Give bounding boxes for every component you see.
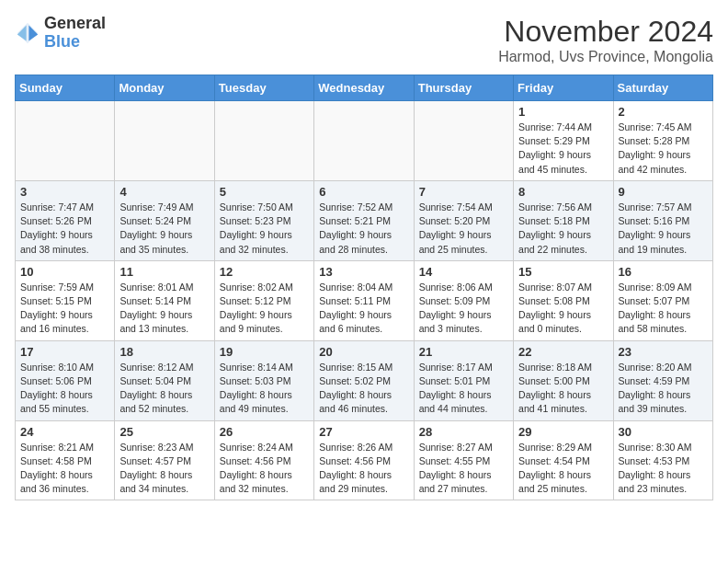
logo-icon [15, 20, 40, 46]
calendar-cell: 1Sunrise: 7:44 AM Sunset: 5:29 PM Daylig… [514, 101, 613, 181]
day-info: Sunrise: 8:10 AM Sunset: 5:06 PM Dayligh… [20, 361, 109, 417]
day-info: Sunrise: 7:54 AM Sunset: 5:20 PM Dayligh… [419, 201, 508, 257]
day-number: 10 [20, 265, 109, 279]
day-info: Sunrise: 8:14 AM Sunset: 5:03 PM Dayligh… [220, 361, 309, 417]
day-number: 20 [319, 345, 408, 359]
day-number: 15 [518, 265, 608, 279]
calendar-cell: 8Sunrise: 7:56 AM Sunset: 5:18 PM Daylig… [514, 180, 613, 260]
calendar-cell: 12Sunrise: 8:02 AM Sunset: 5:12 PM Dayli… [214, 260, 313, 340]
day-info: Sunrise: 7:44 AM Sunset: 5:29 PM Dayligh… [518, 121, 608, 177]
day-info: Sunrise: 8:01 AM Sunset: 5:14 PM Dayligh… [119, 281, 209, 337]
day-info: Sunrise: 7:49 AM Sunset: 5:24 PM Dayligh… [119, 201, 209, 257]
calendar-cell: 4Sunrise: 7:49 AM Sunset: 5:24 PM Daylig… [115, 180, 214, 260]
calendar-cell [115, 101, 214, 181]
calendar-cell: 18Sunrise: 8:12 AM Sunset: 5:04 PM Dayli… [115, 340, 214, 420]
calendar-cell: 28Sunrise: 8:27 AM Sunset: 4:55 PM Dayli… [414, 420, 513, 500]
day-info: Sunrise: 8:07 AM Sunset: 5:08 PM Dayligh… [518, 281, 608, 337]
day-number: 19 [220, 345, 309, 359]
day-info: Sunrise: 8:23 AM Sunset: 4:57 PM Dayligh… [119, 441, 209, 497]
calendar-cell: 19Sunrise: 8:14 AM Sunset: 5:03 PM Dayli… [214, 340, 313, 420]
day-info: Sunrise: 8:02 AM Sunset: 5:12 PM Dayligh… [220, 281, 309, 337]
calendar-cell: 5Sunrise: 7:50 AM Sunset: 5:23 PM Daylig… [214, 180, 313, 260]
day-number: 6 [319, 185, 408, 199]
calendar-header-row: SundayMondayTuesdayWednesdayThursdayFrid… [16, 75, 713, 101]
calendar-cell: 30Sunrise: 8:30 AM Sunset: 4:53 PM Dayli… [613, 420, 712, 500]
day-number: 17 [20, 345, 109, 359]
day-number: 2 [619, 105, 708, 119]
calendar-cell: 22Sunrise: 8:18 AM Sunset: 5:00 PM Dayli… [514, 340, 613, 420]
calendar-cell: 17Sunrise: 8:10 AM Sunset: 5:06 PM Dayli… [16, 340, 115, 420]
header-thursday: Thursday [414, 75, 513, 101]
calendar-week-3: 10Sunrise: 7:59 AM Sunset: 5:15 PM Dayli… [16, 260, 713, 340]
calendar-cell: 26Sunrise: 8:24 AM Sunset: 4:56 PM Dayli… [214, 420, 313, 500]
day-info: Sunrise: 7:50 AM Sunset: 5:23 PM Dayligh… [220, 201, 309, 257]
day-info: Sunrise: 7:59 AM Sunset: 5:15 PM Dayligh… [20, 281, 109, 337]
day-number: 16 [619, 265, 708, 279]
day-number: 11 [119, 265, 209, 279]
calendar-cell: 13Sunrise: 8:04 AM Sunset: 5:11 PM Dayli… [314, 260, 414, 340]
day-number: 18 [119, 345, 209, 359]
calendar-cell: 15Sunrise: 8:07 AM Sunset: 5:08 PM Dayli… [514, 260, 613, 340]
day-info: Sunrise: 8:26 AM Sunset: 4:56 PM Dayligh… [319, 441, 408, 497]
title-block: November 2024 Harmod, Uvs Province, Mong… [498, 15, 713, 65]
calendar-week-4: 17Sunrise: 8:10 AM Sunset: 5:06 PM Dayli… [16, 340, 713, 420]
day-info: Sunrise: 8:18 AM Sunset: 5:00 PM Dayligh… [518, 361, 608, 417]
day-number: 1 [518, 105, 608, 119]
calendar-cell [214, 101, 313, 181]
day-info: Sunrise: 8:21 AM Sunset: 4:58 PM Dayligh… [20, 441, 109, 497]
logo: General Blue [15, 15, 106, 52]
day-number: 25 [119, 425, 209, 439]
calendar-cell: 14Sunrise: 8:06 AM Sunset: 5:09 PM Dayli… [414, 260, 513, 340]
calendar-cell [414, 101, 513, 181]
calendar-cell: 11Sunrise: 8:01 AM Sunset: 5:14 PM Dayli… [115, 260, 214, 340]
day-number: 24 [20, 425, 109, 439]
day-number: 21 [419, 345, 508, 359]
calendar-cell: 16Sunrise: 8:09 AM Sunset: 5:07 PM Dayli… [613, 260, 712, 340]
day-info: Sunrise: 7:57 AM Sunset: 5:16 PM Dayligh… [619, 201, 708, 257]
day-number: 28 [419, 425, 508, 439]
day-info: Sunrise: 8:17 AM Sunset: 5:01 PM Dayligh… [419, 361, 508, 417]
calendar-week-5: 24Sunrise: 8:21 AM Sunset: 4:58 PM Dayli… [16, 420, 713, 500]
header-sunday: Sunday [16, 75, 115, 101]
calendar-body: 1Sunrise: 7:44 AM Sunset: 5:29 PM Daylig… [16, 101, 713, 500]
header-monday: Monday [115, 75, 214, 101]
calendar-week-2: 3Sunrise: 7:47 AM Sunset: 5:26 PM Daylig… [16, 180, 713, 260]
calendar-week-1: 1Sunrise: 7:44 AM Sunset: 5:29 PM Daylig… [16, 101, 713, 181]
calendar-cell: 23Sunrise: 8:20 AM Sunset: 4:59 PM Dayli… [613, 340, 712, 420]
day-number: 5 [220, 185, 309, 199]
calendar-cell [16, 101, 115, 181]
day-info: Sunrise: 8:15 AM Sunset: 5:02 PM Dayligh… [319, 361, 408, 417]
calendar-cell: 7Sunrise: 7:54 AM Sunset: 5:20 PM Daylig… [414, 180, 513, 260]
day-info: Sunrise: 8:24 AM Sunset: 4:56 PM Dayligh… [220, 441, 309, 497]
calendar-cell: 20Sunrise: 8:15 AM Sunset: 5:02 PM Dayli… [314, 340, 414, 420]
header-friday: Friday [514, 75, 613, 101]
day-info: Sunrise: 8:29 AM Sunset: 4:54 PM Dayligh… [518, 441, 608, 497]
day-number: 23 [619, 345, 708, 359]
day-number: 14 [419, 265, 508, 279]
calendar-cell: 2Sunrise: 7:45 AM Sunset: 5:28 PM Daylig… [613, 101, 712, 181]
calendar-cell: 25Sunrise: 8:23 AM Sunset: 4:57 PM Dayli… [115, 420, 214, 500]
day-info: Sunrise: 8:27 AM Sunset: 4:55 PM Dayligh… [419, 441, 508, 497]
header-tuesday: Tuesday [214, 75, 313, 101]
logo-line2: Blue [44, 33, 106, 52]
day-info: Sunrise: 8:20 AM Sunset: 4:59 PM Dayligh… [619, 361, 708, 417]
calendar-cell: 10Sunrise: 7:59 AM Sunset: 5:15 PM Dayli… [16, 260, 115, 340]
calendar-cell: 21Sunrise: 8:17 AM Sunset: 5:01 PM Dayli… [414, 340, 513, 420]
day-number: 30 [619, 425, 708, 439]
calendar-cell: 3Sunrise: 7:47 AM Sunset: 5:26 PM Daylig… [16, 180, 115, 260]
day-number: 26 [220, 425, 309, 439]
day-info: Sunrise: 8:06 AM Sunset: 5:09 PM Dayligh… [419, 281, 508, 337]
calendar-cell: 27Sunrise: 8:26 AM Sunset: 4:56 PM Dayli… [314, 420, 414, 500]
calendar-table: SundayMondayTuesdayWednesdayThursdayFrid… [15, 75, 713, 500]
day-number: 29 [518, 425, 608, 439]
day-number: 13 [319, 265, 408, 279]
day-number: 12 [220, 265, 309, 279]
calendar-cell: 29Sunrise: 8:29 AM Sunset: 4:54 PM Dayli… [514, 420, 613, 500]
calendar-cell: 9Sunrise: 7:57 AM Sunset: 5:16 PM Daylig… [613, 180, 712, 260]
day-number: 3 [20, 185, 109, 199]
calendar-cell [314, 101, 414, 181]
header-wednesday: Wednesday [314, 75, 414, 101]
day-info: Sunrise: 7:47 AM Sunset: 5:26 PM Dayligh… [20, 201, 109, 257]
day-info: Sunrise: 8:30 AM Sunset: 4:53 PM Dayligh… [619, 441, 708, 497]
calendar-cell: 24Sunrise: 8:21 AM Sunset: 4:58 PM Dayli… [16, 420, 115, 500]
